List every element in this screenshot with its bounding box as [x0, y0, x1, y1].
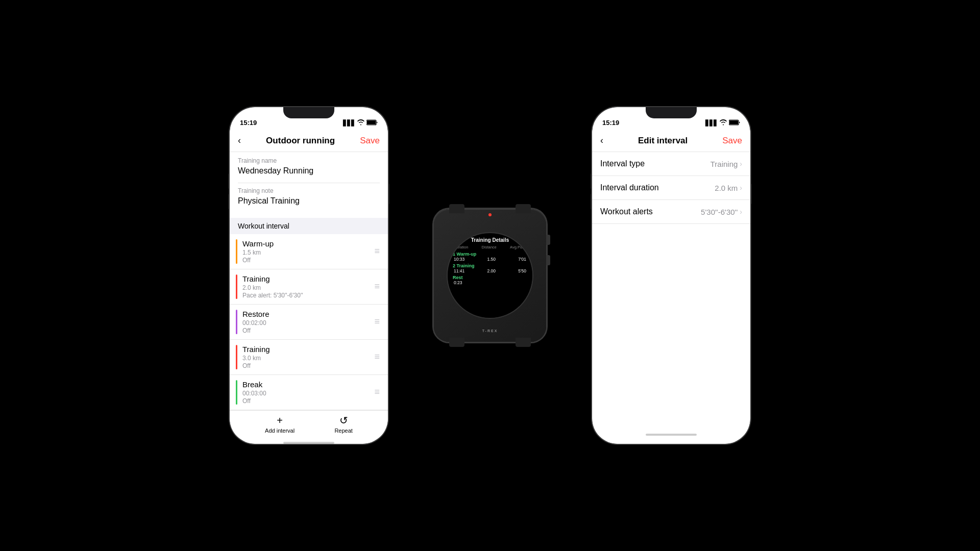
intervals-list: Warm-up 1.5 km Off ≡	[230, 234, 388, 410]
right-phone-inner: 15:19 ▋▋▋ ‹	[592, 107, 750, 444]
interval-restore-detail1: 00:02:00	[242, 319, 270, 327]
watch-warmup-duration: 10:33	[454, 257, 464, 262]
interval-warmup-detail1: 1.5 km	[242, 249, 274, 256]
left-phone-wrap: 15:19 ▋▋▋ ‹	[230, 107, 388, 444]
home-indicator-right	[592, 430, 750, 440]
interval-restore-detail2: Off	[242, 327, 270, 334]
interval-duration-row[interactable]: Interval duration 2.0 km ›	[592, 176, 750, 200]
watch-btn-sel[interactable]	[546, 235, 550, 245]
interval-warmup[interactable]: Warm-up 1.5 km Off ≡	[230, 234, 388, 269]
watch-body: Training Details Duration Distance Avg.P…	[434, 209, 546, 342]
interval-training2-left: Training 3.0 km Off	[236, 345, 270, 369]
signal-icon-left: ▋▋▋	[343, 120, 355, 127]
back-button-left[interactable]: ‹	[238, 135, 241, 146]
training-note-label: Training note	[238, 187, 380, 194]
interval-restore-left: Restore 00:02:00 Off	[236, 310, 270, 334]
watch-entry-rest: Rest 0:23	[453, 275, 527, 285]
interval-type-chevron: ›	[740, 160, 742, 168]
nav-bar-right: ‹ Edit interval Save	[592, 130, 750, 152]
add-interval-label: Add interval	[265, 428, 295, 434]
repeat-label: Repeat	[334, 428, 352, 434]
status-time-left: 15:19	[240, 119, 257, 127]
workout-alerts-value-group: 5'30''-6'30'' ›	[701, 208, 742, 216]
interval-training2-bar	[236, 345, 237, 369]
watch-title: Training Details	[453, 237, 527, 243]
training-name-value[interactable]: Wednesday Running	[238, 166, 380, 179]
settings-rows: Interval type Training › Interval durati…	[592, 152, 750, 224]
interval-training2-detail1: 3.0 km	[242, 355, 270, 362]
signal-icon-right: ▋▋▋	[705, 120, 718, 127]
interval-break-name: Break	[242, 380, 266, 389]
right-notch	[646, 107, 697, 118]
wifi-icon-right	[720, 119, 727, 127]
interval-break-bar	[236, 380, 237, 405]
watch-warmup-distance: 1.50	[487, 257, 496, 262]
interval-type-row[interactable]: Interval type Training ›	[592, 152, 750, 176]
interval-break-detail1: 00:03:00	[242, 390, 266, 397]
watch-entry-training: 2 Training 11:41 2.00 5'50	[453, 263, 527, 273]
interval-duration-label: Interval duration	[600, 183, 659, 192]
watch-training-pace: 5'50	[518, 268, 526, 273]
watch-col-pace: Avg.Pace	[510, 245, 526, 249]
interval-restore-name: Restore	[242, 310, 270, 318]
interval-restore-info: Restore 00:02:00 Off	[242, 310, 270, 334]
interval-break[interactable]: Break 00:03:00 Off ≡	[230, 375, 388, 410]
watch-btn-back[interactable]	[546, 255, 550, 265]
battery-icon-right	[729, 119, 740, 127]
drag-icon-restore[interactable]: ≡	[374, 316, 380, 327]
drag-icon-training1[interactable]: ≡	[374, 281, 380, 292]
interval-break-info: Break 00:03:00 Off	[242, 380, 266, 405]
interval-warmup-info: Warm-up 1.5 km Off	[242, 239, 274, 264]
workout-alerts-label: Workout alerts	[600, 207, 653, 216]
watch-screen-content: Training Details Duration Distance Avg.P…	[448, 233, 532, 318]
interval-restore[interactable]: Restore 00:02:00 Off ≡	[230, 305, 388, 340]
back-button-right[interactable]: ‹	[600, 135, 603, 146]
interval-training1[interactable]: Training 2.0 km Pace alert: 5'30''-6'30'…	[230, 269, 388, 305]
drag-icon-training2[interactable]: ≡	[374, 352, 380, 362]
right-power-button[interactable]	[750, 184, 752, 204]
drag-icon-warmup[interactable]: ≡	[374, 246, 380, 257]
watch-training-distance: 2.00	[487, 268, 496, 273]
status-icons-right: ▋▋▋	[705, 119, 740, 127]
notch	[283, 107, 334, 118]
watch-col-distance: Distance	[482, 245, 497, 249]
svg-rect-1	[367, 120, 376, 124]
watch-training-name: 2 Training	[453, 263, 527, 268]
interval-training1-detail1: 2.0 km	[242, 284, 303, 291]
workout-alerts-chevron: ›	[740, 208, 742, 216]
drag-icon-break[interactable]: ≡	[374, 387, 380, 397]
power-button[interactable]	[388, 184, 389, 204]
save-button-left[interactable]: Save	[360, 136, 380, 146]
interval-duration-value-group: 2.0 km ›	[715, 184, 742, 192]
add-interval-button[interactable]: + Add interval	[265, 415, 295, 434]
interval-training1-bar	[236, 274, 237, 299]
training-note-value[interactable]: Physical Training	[238, 196, 380, 209]
repeat-button[interactable]: ↺ Repeat	[334, 414, 352, 434]
interval-training2[interactable]: Training 3.0 km Off ≡	[230, 340, 388, 375]
watch-screen: Training Details Duration Distance Avg.P…	[447, 232, 533, 319]
interval-restore-bar	[236, 310, 237, 334]
workout-alerts-row[interactable]: Workout alerts 5'30''-6'30'' ›	[592, 200, 750, 224]
interval-training2-name: Training	[242, 345, 270, 354]
interval-training1-info: Training 2.0 km Pace alert: 5'30''-6'30'…	[242, 274, 303, 299]
left-phone-inner: 15:19 ▋▋▋ ‹	[230, 107, 388, 444]
bottom-bar-left: + Add interval ↺ Repeat	[230, 410, 388, 438]
wifi-icon-left	[357, 119, 364, 127]
watch-rest-data: 0:23	[453, 280, 527, 285]
interval-duration-chevron: ›	[740, 184, 742, 192]
lug-tl	[449, 204, 464, 213]
svg-rect-3	[729, 120, 738, 124]
interval-duration-value: 2.0 km	[715, 184, 738, 192]
save-button-right[interactable]: Save	[722, 136, 742, 146]
form-divider	[238, 183, 380, 183]
home-indicator-left	[230, 438, 388, 444]
watch-rest-name: Rest	[453, 275, 527, 280]
interval-training2-detail2: Off	[242, 362, 270, 369]
watch-rest-duration: 0:23	[454, 280, 462, 285]
watch-container: Training Details Duration Distance Avg.P…	[429, 204, 551, 347]
nav-bar-left: ‹ Outdoor running Save	[230, 130, 388, 152]
right-phone-wrap: 15:19 ▋▋▋ ‹	[592, 107, 750, 444]
watch-warmup-pace: 7'01	[518, 257, 526, 262]
scene: 15:19 ▋▋▋ ‹	[0, 0, 980, 551]
training-form: Training name Wednesday Running Training…	[230, 152, 388, 214]
